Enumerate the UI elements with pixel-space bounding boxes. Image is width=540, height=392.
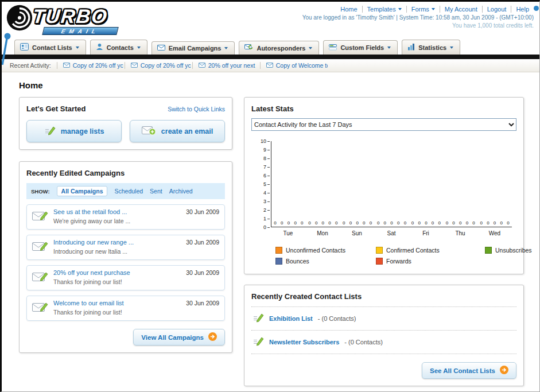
chart-value-labels: 0 0 0 0 0 <box>411 220 441 226</box>
filter-tab-sent[interactable]: Sent <box>150 188 162 195</box>
envelope-pencil-icon <box>32 240 48 254</box>
header-links: Home Templates Forms My Account Logout H… <box>336 6 534 13</box>
campaign-subtitle: Thanks for joining our list! <box>53 309 122 316</box>
recent-activity-item[interactable]: Copy of 20% off yc <box>57 62 125 69</box>
y-tick-label: 4 <box>256 191 270 195</box>
chart-value-labels: 0 0 0 0 0 <box>308 220 337 226</box>
chart-value-labels: 0 0 0 0 0 <box>480 220 510 226</box>
filter-tab-archived[interactable]: Archived <box>169 188 193 195</box>
recent-campaigns-panel: Recently Edited Campaigns SHOW: All Camp… <box>19 161 232 353</box>
campaign-title-link[interactable]: See us at the retail food ... <box>53 208 181 215</box>
switch-quick-links-link[interactable]: Switch to Quick Links <box>168 106 225 112</box>
list-pencil-icon <box>252 312 264 325</box>
chevron-down-icon <box>432 8 435 10</box>
x-tick-label: Mon <box>305 227 340 236</box>
view-all-campaigns-button[interactable]: View All Campaigns <box>133 329 225 346</box>
x-tick-label: Wed <box>477 227 512 236</box>
recent-contact-lists-title: Recently Created Contact Lists <box>251 292 516 306</box>
chevron-down-icon <box>398 8 402 10</box>
recent-activity-bar: Recent Activity: Copy of 20% off yc Copy… <box>2 59 539 72</box>
campaign-subtitle: Introducing our new Italia ... <box>53 248 127 255</box>
y-tick-label: 9 <box>256 148 270 152</box>
campaign-row: 20% off your next purchase Thanks for jo… <box>26 265 225 290</box>
contact-list-link[interactable]: Exhibition List <box>269 315 313 322</box>
logo-title: TURBO <box>32 5 109 28</box>
campaign-date: 30 Jun 2009 <box>186 269 219 276</box>
legend-item: Unconfirmed Contacts <box>275 247 376 254</box>
recent-activity-item[interactable]: Copy of 20% off yc <box>125 62 192 69</box>
nav-tab-contact-lists[interactable]: Contact Lists <box>14 40 86 55</box>
app-window: TURBO EMAIL Home Templates Forms My Acco… <box>0 0 540 392</box>
filter-tab-all-campaigns[interactable]: All Campaigns <box>57 186 108 196</box>
credits-info: You have 1,000 total credits left. <box>452 22 534 29</box>
contact-list-link[interactable]: Newsletter Subscribers <box>269 339 339 346</box>
link-home[interactable]: Home <box>336 6 362 13</box>
recent-activity-label: Recent Activity: <box>10 62 51 69</box>
link-forms[interactable]: Forms <box>406 6 440 13</box>
nav-divider-bar <box>2 55 539 59</box>
recent-activity-item[interactable]: Copy of Welcome tc <box>260 62 328 69</box>
campaign-title-link[interactable]: Introducing our new range ... <box>53 239 181 246</box>
chart-value-labels: 0 0 0 0 0 <box>343 220 372 226</box>
latest-stats-panel: Latest Stats Contact Activity for the La… <box>244 97 524 274</box>
page-title: Home <box>19 80 539 90</box>
contact-list-row: Exhibition List - (0 Contacts) <box>251 307 516 331</box>
envelope-plus-icon <box>142 126 156 137</box>
create-email-button[interactable]: create an email <box>130 120 225 142</box>
contact-icon <box>96 43 103 52</box>
nav-tab-autoresponders[interactable]: Autoresponders <box>239 41 319 55</box>
recent-activity-item[interactable]: 20% off your next <box>192 62 260 69</box>
y-tick-label: 7 <box>256 165 270 169</box>
envelope-pencil-icon <box>32 301 48 315</box>
campaign-title-link[interactable]: 20% off your next purchase <box>53 269 181 276</box>
y-tick-label: 3 <box>256 199 270 204</box>
y-tick-label: 2 <box>256 208 270 212</box>
y-tick-label: 10 <box>256 139 270 143</box>
nav-tab-statistics[interactable]: Statistics <box>402 40 460 55</box>
link-help[interactable]: Help <box>511 6 534 13</box>
chart-column: 0 0 0 0 0 <box>306 141 340 227</box>
legend-item: Confirmed Contacts <box>376 247 485 254</box>
campaign-subtitle: We're giving away our late ... <box>53 218 130 224</box>
callout-marker <box>2 33 12 67</box>
y-tick-label: 8 <box>256 156 270 161</box>
callout-marker <box>534 6 539 11</box>
campaign-row: See us at the retail food ... We're givi… <box>26 204 225 230</box>
chart-column: 0 0 0 0 0 <box>477 141 512 227</box>
link-logout[interactable]: Logout <box>482 6 511 13</box>
stats-period-select[interactable]: Contact Activity for the Last 7 Days <box>251 118 516 131</box>
get-started-panel: Let's Get Started Switch to Quick Links … <box>19 97 232 150</box>
nav-tab-custom-fields[interactable]: Custom Fields <box>323 40 398 55</box>
nav-tab-email-campaigns[interactable]: Email Campaigns <box>151 41 235 55</box>
campaign-title-link[interactable]: Welcome to our email list <box>53 300 181 306</box>
contact-list-count: - (0 Contacts) <box>344 339 383 346</box>
legend-item: Forwards <box>376 258 485 265</box>
link-my-account[interactable]: My Account <box>440 6 482 13</box>
filter-tab-scheduled[interactable]: Scheduled <box>114 188 143 195</box>
arrow-right-icon <box>500 366 508 375</box>
manage-lists-button[interactable]: manage lists <box>26 120 122 142</box>
chart-column: 0 0 0 0 0 <box>409 141 443 227</box>
bar-chart-icon <box>407 43 415 52</box>
header: TURBO EMAIL Home Templates Forms My Acco… <box>2 2 539 38</box>
campaign-row: Introducing our new range ... Introducin… <box>26 235 225 260</box>
link-templates[interactable]: Templates <box>362 6 406 13</box>
campaign-filter-tabs: SHOW: All Campaigns Scheduled Sent Archi… <box>26 183 225 199</box>
chevron-down-icon <box>309 47 312 49</box>
legend-swatch <box>376 247 383 254</box>
main-content: Home Let's Get Started Switch to Quick L… <box>2 72 539 386</box>
legend-swatch <box>275 258 282 265</box>
nav-tab-contacts[interactable]: Contacts <box>90 40 147 55</box>
swirl-logo-icon <box>6 5 33 33</box>
envelope-icon <box>199 62 205 69</box>
chart-column: 0 0 0 0 0 <box>340 141 375 227</box>
campaign-date: 30 Jun 2009 <box>186 208 219 215</box>
latest-stats-title: Latest Stats <box>251 104 516 113</box>
see-all-contact-lists-button[interactable]: See All Contact Lists <box>422 362 516 379</box>
chevron-down-icon <box>450 46 453 49</box>
chart-value-labels: 0 0 0 0 0 <box>377 220 406 226</box>
chart-x-axis: TueMonSunSatFriThuWed <box>271 227 512 236</box>
x-tick-label: Thu <box>443 227 477 236</box>
envelope-pencil-icon <box>32 271 48 285</box>
session-info: You are logged in as 'Timothy Smith' | S… <box>302 14 534 21</box>
